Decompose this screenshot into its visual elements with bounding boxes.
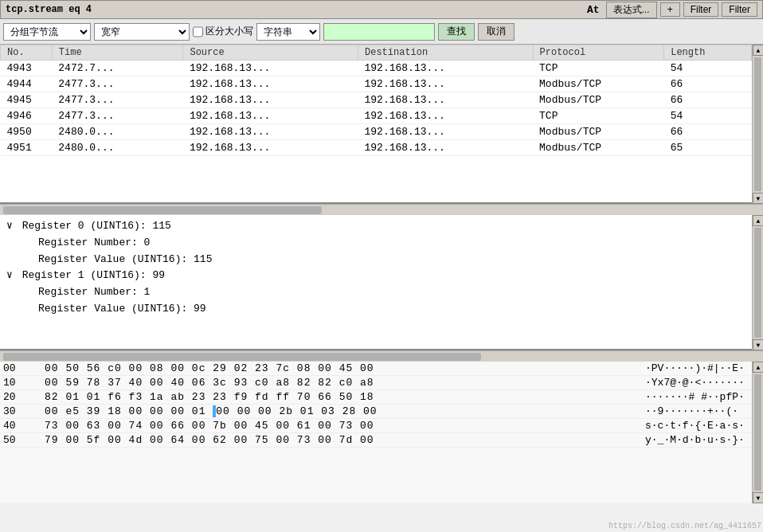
search-btn[interactable]: 查找 bbox=[438, 23, 475, 41]
detail-line: Register Number: 0 bbox=[6, 235, 745, 252]
packet-hscroll-thumb[interactable] bbox=[3, 206, 322, 214]
col-no: No. bbox=[1, 45, 53, 61]
hex-row: 40 73 00 63 00 74 00 66 00 7b 00 45 00 6… bbox=[0, 419, 752, 433]
hex-vscroll-up[interactable]: ▲ bbox=[753, 362, 763, 373]
hex-row: 20 82 01 01 f6 f3 1a ab 23 23 f9 fd ff 7… bbox=[0, 390, 752, 405]
table-row[interactable]: 49432472.7...192.168.13...192.168.13...T… bbox=[1, 61, 752, 76]
search-toolbar: 分组字节流 宽窄 区分大小写 字符串 sctf 查找 取消 bbox=[0, 19, 763, 45]
table-row[interactable]: 49452477.3...192.168.13...192.168.13...M… bbox=[1, 92, 752, 108]
title-bar-controls: At 表达式... + Filter Filter bbox=[587, 2, 757, 18]
table-row[interactable]: 49502480.0...192.168.13...192.168.13...M… bbox=[1, 124, 752, 140]
packet-vscroll[interactable]: ▲ ▼ bbox=[752, 45, 763, 204]
col-source: Source bbox=[183, 45, 358, 61]
hex-offset: 20 bbox=[3, 391, 25, 403]
hex-vscroll-thumb[interactable] bbox=[754, 374, 761, 491]
hex-vscroll[interactable]: ▲ ▼ bbox=[752, 362, 763, 503]
col-destination: Destination bbox=[358, 45, 533, 61]
hex-ascii: s·c·t·f·{·E·a·s· bbox=[645, 420, 749, 432]
detail-text: Register Number: 0 bbox=[38, 235, 150, 252]
expression-btn[interactable]: 表达式... bbox=[606, 2, 657, 18]
detail-line: ∨ Register 1 (UINT16): 99 bbox=[6, 268, 745, 284]
hex-offset: 10 bbox=[3, 377, 25, 389]
detail-line: Register Value (UINT16): 115 bbox=[6, 252, 745, 268]
detail-text: Register Value (UINT16): 99 bbox=[38, 301, 206, 318]
at-label: At bbox=[587, 4, 600, 16]
window-title: tcp.stream eq 4 bbox=[6, 4, 92, 15]
hex-highlight bbox=[214, 405, 216, 417]
detail-toggle[interactable]: ∨ bbox=[6, 218, 19, 235]
hex-row: 10 00 59 78 37 40 00 40 06 3c 93 c0 a8 8… bbox=[0, 376, 752, 390]
hex-ascii: y·_·M·d·b·u·s·}· bbox=[645, 434, 749, 446]
detail-vscroll-thumb[interactable] bbox=[754, 228, 761, 338]
vscroll-down-btn[interactable]: ▼ bbox=[753, 193, 763, 204]
col-length: Length bbox=[664, 45, 752, 61]
hex-offset: 00 bbox=[3, 362, 25, 374]
detail-line: ∨ Register 0 (UINT16): 115 bbox=[6, 218, 745, 235]
detail-toggle[interactable]: ∨ bbox=[6, 268, 19, 284]
hex-offset: 30 bbox=[3, 405, 25, 417]
add-btn[interactable]: + bbox=[660, 2, 680, 17]
detail-vscroll-up[interactable]: ▲ bbox=[753, 215, 763, 226]
table-row[interactable]: 49512480.0...192.168.13...192.168.13...M… bbox=[1, 140, 752, 156]
hex-row: 50 79 00 5f 00 4d 00 64 00 62 00 75 00 7… bbox=[0, 433, 752, 448]
detail-text: Register 1 (UINT16): 99 bbox=[22, 268, 165, 284]
packet-panel: No. Time Source Destination Protocol Len… bbox=[0, 45, 763, 204]
hex-row: 30 00 e5 39 18 00 00 00 01 00 00 00 2b 0… bbox=[0, 405, 752, 419]
detail-text: Register 0 (UINT16): 115 bbox=[22, 218, 171, 235]
filter-btn-1[interactable]: Filter bbox=[683, 2, 719, 17]
detail-panel[interactable]: ∨ Register 0 (UINT16): 115Register Numbe… bbox=[0, 215, 752, 350]
group-by-select[interactable]: 分组字节流 bbox=[3, 23, 91, 41]
detail-line: Register Number: 1 bbox=[6, 284, 745, 301]
vscroll-up-btn[interactable]: ▲ bbox=[753, 45, 763, 56]
packet-table-container[interactable]: No. Time Source Destination Protocol Len… bbox=[0, 45, 752, 204]
packet-table: No. Time Source Destination Protocol Len… bbox=[0, 45, 752, 156]
hex-offset: 50 bbox=[3, 434, 25, 446]
table-row[interactable]: 49442477.3...192.168.13...192.168.13...M… bbox=[1, 76, 752, 92]
hex-row: 00 00 50 56 c0 00 08 00 0c 29 02 23 7c 0… bbox=[0, 362, 752, 376]
hex-panel[interactable]: 00 00 50 56 c0 00 08 00 0c 29 02 23 7c 0… bbox=[0, 362, 752, 503]
packet-hscroll[interactable] bbox=[0, 204, 763, 215]
hex-bytes: 00 59 78 37 40 00 40 06 3c 93 c0 a8 82 8… bbox=[45, 377, 632, 389]
title-bar: tcp.stream eq 4 At 表达式... + Filter Filte… bbox=[0, 0, 763, 19]
hex-bytes: 82 01 01 f6 f3 1a ab 23 23 f9 fd ff 70 6… bbox=[45, 391, 632, 403]
hex-vscroll-down[interactable]: ▼ bbox=[753, 492, 763, 503]
detail-text: Register Number: 1 bbox=[38, 284, 150, 301]
case-sensitive-checkbox[interactable] bbox=[193, 23, 203, 41]
case-sensitive-label: 区分大小写 bbox=[193, 23, 253, 41]
detail-line: Register Value (UINT16): 99 bbox=[6, 301, 745, 318]
hex-bytes: 73 00 63 00 74 00 66 00 7b 00 45 00 61 0… bbox=[45, 420, 632, 432]
table-row[interactable]: 49462477.3...192.168.13...192.168.13...T… bbox=[1, 108, 752, 124]
col-time: Time bbox=[52, 45, 183, 61]
detail-vscroll[interactable]: ▲ ▼ bbox=[752, 215, 763, 350]
width-select[interactable]: 宽窄 bbox=[94, 23, 190, 41]
detail-hscroll-thumb[interactable] bbox=[3, 353, 481, 361]
detail-hscroll[interactable] bbox=[0, 350, 763, 362]
search-input[interactable]: sctf bbox=[323, 23, 435, 41]
detail-panel-wrapper: ∨ Register 0 (UINT16): 115Register Numbe… bbox=[0, 215, 763, 350]
hex-bytes: 00 50 56 c0 00 08 00 0c 29 02 23 7c 08 0… bbox=[45, 362, 632, 374]
hex-ascii: ··9·······+··(· bbox=[645, 405, 749, 417]
hex-bytes: 79 00 5f 00 4d 00 64 00 62 00 75 00 73 0… bbox=[45, 434, 632, 446]
vscroll-thumb[interactable] bbox=[754, 57, 761, 191]
hex-panel-wrapper: 00 00 50 56 c0 00 08 00 0c 29 02 23 7c 0… bbox=[0, 362, 763, 503]
cancel-btn[interactable]: 取消 bbox=[478, 23, 515, 41]
detail-vscroll-down[interactable]: ▼ bbox=[753, 339, 763, 350]
col-protocol: Protocol bbox=[533, 45, 664, 61]
detail-text: Register Value (UINT16): 115 bbox=[38, 252, 212, 268]
watermark: https://blog.csdn.net/ag_4411657 bbox=[608, 522, 761, 530]
filter-btn-2[interactable]: Filter bbox=[722, 2, 757, 17]
table-header-row: No. Time Source Destination Protocol Len… bbox=[1, 45, 752, 61]
hex-ascii: ·······# #··pfP· bbox=[645, 391, 749, 403]
hex-ascii: ·PV·····)·#|··E· bbox=[645, 362, 749, 374]
hex-bytes: 00 e5 39 18 00 00 00 01 00 00 00 2b 01 0… bbox=[45, 405, 632, 417]
hex-offset: 40 bbox=[3, 420, 25, 432]
hex-ascii: ·Yx7@·@·<······· bbox=[645, 377, 749, 389]
type-select[interactable]: 字符串 bbox=[256, 23, 320, 41]
